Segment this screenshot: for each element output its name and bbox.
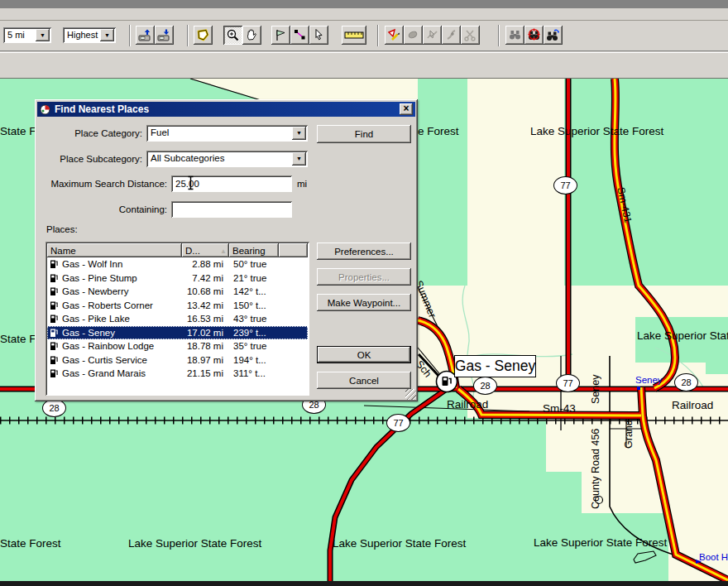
toolbar-separator <box>129 25 131 46</box>
dialog-title-bar[interactable]: Find Nearest Places × <box>37 102 415 117</box>
place-row[interactable]: Gas - Grand Marais21.15 mi311° t... <box>47 367 308 381</box>
place-distance: 13.42 mi <box>182 300 229 310</box>
place-distance: 18.78 mi <box>182 341 229 351</box>
place-row[interactable]: Gas - Roberts Corner13.42 mi150° t... <box>47 299 308 313</box>
chevron-down-icon[interactable]: ▼ <box>292 127 306 140</box>
modify-route-button[interactable] <box>442 26 461 45</box>
column-header-name[interactable]: Name <box>47 243 182 257</box>
ok-button[interactable]: OK <box>317 346 411 363</box>
place-name: Gas - Pike Lake <box>62 314 130 324</box>
distance-ruler-icon <box>344 28 364 42</box>
place-category-select[interactable]: Fuel ▼ <box>146 125 308 142</box>
containing-input[interactable] <box>171 201 292 218</box>
railroad-label: Railroad <box>447 398 488 411</box>
make-waypoint-button[interactable]: Make Waypoint... <box>317 294 411 311</box>
place-distance: 10.68 mi <box>182 286 229 296</box>
select-map-region-icon <box>196 28 210 42</box>
place-name: Gas - Newberry <box>62 286 129 296</box>
gas-pump-icon <box>50 259 58 269</box>
gps-upload-button[interactable] <box>136 26 155 45</box>
toolbar-separator <box>187 25 189 46</box>
forest-label: State F <box>0 333 36 345</box>
place-bearing: 43° true <box>229 314 279 324</box>
gps-upload-icon <box>138 28 152 42</box>
gas-pump-icon <box>50 273 58 283</box>
detail-level-value: Highest <box>63 27 100 43</box>
cancel-button[interactable]: Cancel <box>317 372 411 389</box>
chevron-down-icon[interactable]: ▼ <box>100 29 114 41</box>
place-bearing: 21° true <box>229 273 279 283</box>
gps-download-icon <box>157 28 171 42</box>
erase-tool-button[interactable] <box>404 26 423 45</box>
waypoint-tool-button[interactable] <box>271 26 290 45</box>
route-tool-icon <box>293 28 307 42</box>
column-header-bearing[interactable]: Bearing <box>229 243 279 257</box>
select-route-button[interactable] <box>423 26 442 45</box>
place-subcategory-label: Place Subcategory: <box>40 154 142 164</box>
zoom-tool-button[interactable] <box>223 26 242 45</box>
dialog-title: Find Nearest Places <box>55 103 149 115</box>
place-name: Gas - Seney <box>62 328 115 338</box>
places-dialog-icon <box>40 104 50 115</box>
waypoint-flag-icon <box>274 28 288 42</box>
chevron-down-icon[interactable]: ▼ <box>36 29 50 41</box>
gps-download-button[interactable] <box>155 26 174 45</box>
forest-label: State Forest <box>0 537 61 550</box>
place-row[interactable]: Gas - Pike Lake16.53 mi43° true <box>47 312 308 326</box>
edit-route-button[interactable] <box>385 26 404 45</box>
place-distance: 16.53 mi <box>182 314 229 324</box>
find-places-button[interactable] <box>505 26 524 45</box>
distance-tool-button[interactable] <box>342 26 366 45</box>
chevron-down-icon[interactable]: ▼ <box>292 152 306 166</box>
gas-pump-icon <box>50 368 58 378</box>
place-category-value: Fuel <box>146 125 292 142</box>
place-bearing: 311° t... <box>229 368 279 378</box>
place-distance: 17.02 mi <box>182 328 229 338</box>
pan-tool-button[interactable] <box>242 26 261 45</box>
preferences-button[interactable]: Preferences... <box>317 243 411 260</box>
max-distance-label: Maximum Search Distance: <box>40 179 167 189</box>
close-icon[interactable]: × <box>400 103 413 115</box>
resize-grip[interactable] <box>405 389 416 400</box>
edit-route-pencil-icon <box>387 28 401 42</box>
secondary-toolbar <box>0 52 728 79</box>
forest-label: Lake Superior State Forest <box>530 125 663 137</box>
place-row[interactable]: Gas - Newberry10.68 mi142° t... <box>47 285 308 299</box>
places-list[interactable]: Name D... ▲ Bearing Gas - Wolf Inn2.88 m… <box>46 242 309 396</box>
divide-route-button[interactable] <box>461 26 480 45</box>
places-label: Places: <box>46 224 96 234</box>
select-route-icon <box>425 28 439 42</box>
street-label: County Road 456 <box>590 424 601 509</box>
place-bearing: 194° t... <box>229 355 279 365</box>
find-button[interactable]: Find <box>317 125 411 143</box>
selection-arrow-icon <box>312 28 326 42</box>
selection-tool-button[interactable] <box>309 26 328 45</box>
place-subcategory-select[interactable]: All Subcategories ▼ <box>146 151 308 167</box>
route-shield-28: 28 <box>42 399 66 417</box>
place-row[interactable]: Gas - Seney17.02 mi239° t... <box>47 326 308 340</box>
place-bearing: 239° t... <box>229 328 279 338</box>
route-tool-button[interactable] <box>290 26 309 45</box>
find-recent-button[interactable] <box>544 26 563 45</box>
divide-route-scissors-icon <box>463 28 477 42</box>
find-nearest-places-button[interactable] <box>524 26 544 45</box>
window-top-strip <box>0 0 728 8</box>
place-row[interactable]: Gas - Curtis Service18.97 mi194° t... <box>47 353 308 367</box>
place-category-label: Place Category: <box>40 128 142 138</box>
place-row[interactable]: Gas - Rainbow Lodge18.78 mi35° true <box>47 339 308 353</box>
place-row[interactable]: Gas - Wolf Inn2.88 mi50° true <box>47 257 308 271</box>
forest-label: Lake Superior State Forest <box>333 537 466 550</box>
select-map-region-button[interactable] <box>194 26 213 45</box>
column-header-distance[interactable]: D... ▲ <box>182 243 229 257</box>
route-shield-77: 77 <box>386 414 410 432</box>
forest-label: Lake Superior State <box>637 329 728 342</box>
place-distance: 18.97 mi <box>182 355 229 365</box>
city-label: Boot Hi <box>699 552 728 562</box>
find-binoculars-icon <box>508 28 522 42</box>
place-name: Gas - Rainbow Lodge <box>62 341 154 351</box>
place-subcategory-value: All Subcategories <box>146 151 292 167</box>
zoom-scale-select[interactable]: 5 mi ▼ <box>3 27 51 43</box>
detail-level-select[interactable]: Highest ▼ <box>63 27 116 43</box>
place-name: Gas - Curtis Service <box>62 355 147 365</box>
place-row[interactable]: Gas - Pine Stump7.42 mi21° true <box>47 271 308 286</box>
